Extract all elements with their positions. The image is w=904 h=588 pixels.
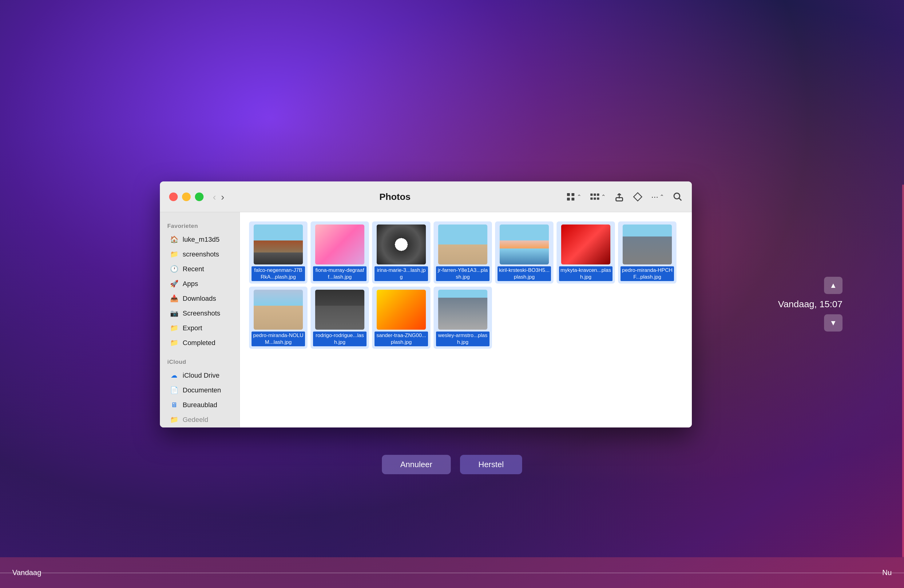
timeline-line	[0, 573, 904, 573]
file-item-7[interactable]: pedro-miranda-HPCHF...plash.jpg	[618, 221, 676, 283]
svg-point-12	[674, 193, 680, 199]
cancel-button[interactable]: Annuleer	[382, 455, 451, 474]
file-item-5[interactable]: kiril-krsteski-BO3H5...plash.jpg	[495, 221, 553, 283]
file-item-2[interactable]: fiona-murray-degraaff...lash.jpg	[311, 221, 369, 283]
file-label-3: irina-marie-3...lash.jpg	[375, 266, 428, 281]
apps-icon: 🚀	[170, 280, 179, 288]
sidebar-item-label: Apps	[183, 280, 198, 288]
file-thumbnail-9	[315, 290, 364, 330]
file-item-3[interactable]: irina-marie-3...lash.jpg	[372, 221, 430, 283]
document-icon: 📄	[170, 386, 179, 394]
file-item-1[interactable]: falco-negenman-J7BRkA...plash.jpg	[249, 221, 308, 283]
file-item-9[interactable]: rodrigo-rodrigue...lash.jpg	[311, 287, 369, 349]
file-item-4[interactable]: jr-farren-Y8e1A3...plash.jpg	[433, 221, 492, 283]
svg-line-13	[679, 198, 681, 200]
folder-icon: 📁	[170, 250, 179, 258]
more-button[interactable]: ··· ⌃	[651, 192, 664, 202]
desktop-icon: 🖥	[170, 401, 179, 409]
minimize-button[interactable]	[182, 193, 191, 201]
file-label-8: pedro-miranda-NOLUM...lash.jpg	[251, 332, 305, 346]
svg-rect-2	[567, 198, 570, 200]
view-options-button[interactable]: ⌃	[590, 192, 606, 202]
search-button[interactable]	[673, 192, 683, 202]
tag-icon	[633, 192, 643, 202]
nav-buttons: ‹ ›	[213, 192, 224, 202]
file-label-5: kiril-krsteski-BO3H5...plash.jpg	[498, 266, 551, 281]
title-bar: ‹ › Photos ⌃	[160, 182, 692, 212]
file-label-6: mykyta-kravcen...plash.jpg	[559, 266, 613, 281]
sidebar-item-downloads[interactable]: 📥 Downloads	[162, 292, 237, 306]
restore-button[interactable]: Herstel	[460, 455, 522, 474]
sidebar-favorites-title: Favorieten	[160, 218, 240, 232]
file-thumbnail-3	[377, 224, 426, 264]
sidebar-item-documenten[interactable]: 📄 Documenten	[162, 383, 237, 397]
file-thumbnail-5	[499, 224, 549, 264]
svg-rect-4	[590, 193, 593, 196]
file-thumbnail-4	[438, 224, 487, 264]
home-icon: 🏠	[170, 236, 179, 243]
sidebar-item-home[interactable]: 🏠 luke_m13d5	[162, 232, 237, 247]
file-label-4: jr-farren-Y8e1A3...plash.jpg	[436, 266, 490, 281]
shared-icon: 📁	[170, 416, 179, 424]
sidebar-item-label: Gedeeld	[183, 416, 208, 424]
sidebar-item-screenshots[interactable]: 📷 Screenshots	[162, 306, 237, 321]
sidebar-item-label: Screenshots	[183, 309, 220, 318]
downloads-icon: 📥	[170, 295, 179, 303]
file-thumbnail-1	[254, 224, 303, 264]
sidebar-item-label: Downloads	[183, 295, 216, 303]
sidebar-item-label: iCloud Drive	[183, 371, 220, 379]
list-view-icon	[590, 192, 600, 202]
scroll-up-button[interactable]: ▲	[824, 277, 842, 294]
file-thumbnail-10	[377, 290, 426, 330]
view-grid-button[interactable]: ⌃	[566, 192, 582, 202]
sidebar-item-label: screenshots	[183, 250, 219, 258]
completed-folder-icon: 📁	[170, 339, 179, 347]
camera-icon: 📷	[170, 309, 179, 318]
svg-rect-0	[567, 193, 570, 196]
search-icon	[673, 192, 683, 202]
finder-window: ‹ › Photos ⌃	[160, 182, 692, 427]
file-label-7: pedro-miranda-HPCHF...plash.jpg	[621, 266, 674, 281]
file-item-11[interactable]: wesley-armstro...plash.jpg	[433, 287, 492, 349]
finder-body: Favorieten 🏠 luke_m13d5 📁 screenshots 🕐 …	[160, 212, 692, 427]
svg-rect-1	[571, 193, 574, 196]
file-thumbnail-6	[561, 224, 610, 264]
file-item-8[interactable]: pedro-miranda-NOLUM...lash.jpg	[249, 287, 308, 349]
sidebar-item-export[interactable]: 📁 Export	[162, 321, 237, 335]
maximize-button[interactable]	[195, 193, 204, 201]
export-folder-icon: 📁	[170, 324, 179, 332]
svg-rect-3	[571, 198, 574, 200]
file-thumbnail-11	[438, 290, 487, 330]
sidebar-item-label: Completed	[183, 339, 215, 347]
sidebar-item-icloud-drive[interactable]: ☁ iCloud Drive	[162, 368, 237, 383]
scroll-down-button[interactable]: ▼	[824, 314, 842, 332]
toolbar-right: ⌃ ⌃	[566, 192, 683, 202]
right-scrollbar[interactable]	[902, 185, 904, 557]
sidebar-item-apps[interactable]: 🚀 Apps	[162, 277, 237, 291]
bottom-bar: Annuleer Herstel	[0, 455, 904, 474]
sidebar-item-label: luke_m13d5	[183, 236, 220, 243]
sidebar-item-screenshots-folder[interactable]: 📁 screenshots	[162, 247, 237, 261]
file-item-10[interactable]: sander-traa-ZNG00...plash.jpg	[372, 287, 430, 349]
window-title: Photos	[230, 191, 559, 202]
svg-rect-7	[590, 198, 593, 199]
traffic-lights	[169, 193, 204, 201]
svg-rect-6	[597, 193, 599, 196]
forward-button[interactable]: ›	[221, 192, 224, 202]
sidebar-item-completed[interactable]: 📁 Completed	[162, 336, 237, 350]
file-label-1: falco-negenman-J7BRkA...plash.jpg	[251, 266, 305, 281]
sidebar-item-label: Recent	[183, 265, 204, 273]
back-button[interactable]: ‹	[213, 192, 216, 202]
sidebar-icloud-title: iCloud	[160, 354, 240, 368]
clock-icon: 🕐	[170, 265, 179, 273]
file-item-6[interactable]: mykyta-kravcen...plash.jpg	[556, 221, 615, 283]
sidebar-item-bureaublad[interactable]: 🖥 Bureaublad	[162, 398, 237, 412]
svg-rect-5	[593, 193, 596, 196]
share-button[interactable]	[614, 192, 624, 202]
sidebar-item-gedeeld[interactable]: 📁 Gedeeld	[162, 413, 237, 427]
clock-time: Vandaag, 15:07	[778, 297, 842, 311]
sidebar-item-recent[interactable]: 🕐 Recent	[162, 262, 237, 276]
close-button[interactable]	[169, 193, 178, 201]
tag-button[interactable]	[633, 192, 643, 202]
sidebar-item-label: Export	[183, 324, 202, 332]
